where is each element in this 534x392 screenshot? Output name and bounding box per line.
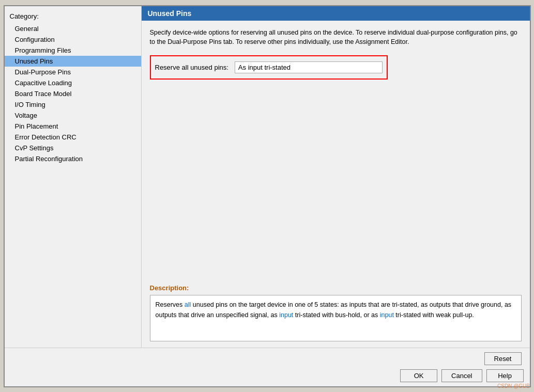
dialog: Category: GeneralConfigurationProgrammin…: [4, 5, 531, 387]
left-panel: Category: GeneralConfigurationProgrammin…: [5, 6, 142, 348]
reset-row: Reset: [11, 352, 524, 365]
nav-item-voltage[interactable]: Voltage: [5, 110, 141, 121]
nav-item-programming-files[interactable]: Programming Files: [5, 45, 141, 56]
right-panel: Unused Pins Specify device-wide options …: [142, 6, 530, 348]
ok-cancel-row: OK Cancel Help: [400, 369, 523, 382]
reset-button[interactable]: Reset: [484, 352, 522, 365]
category-label: Category:: [5, 10, 141, 23]
ok-button[interactable]: OK: [400, 369, 437, 382]
intro-description: Specify device-wide options for reservin…: [150, 28, 522, 48]
nav-item-board-trace-model[interactable]: Board Trace Model: [5, 88, 141, 99]
reserve-pins-label: Reserve all unused pins:: [155, 64, 228, 71]
nav-item-i/o-timing[interactable]: I/O Timing: [5, 99, 141, 110]
nav-item-partial-reconfiguration[interactable]: Partial Reconfiguration: [5, 153, 141, 164]
nav-item-dual-purpose-pins[interactable]: Dual-Purpose Pins: [5, 67, 141, 77]
right-panel-header: Unused Pins: [142, 6, 530, 21]
nav-item-pin-placement[interactable]: Pin Placement: [5, 121, 141, 132]
nav-item-unused-pins[interactable]: Unused Pins: [5, 56, 141, 67]
dialog-footer: Reset OK Cancel Help: [5, 348, 530, 386]
cancel-button[interactable]: Cancel: [441, 369, 482, 382]
reserve-pins-field-row: Reserve all unused pins: As input tri-st…: [150, 55, 388, 80]
watermark: CSDN @GUB: [497, 383, 530, 389]
reserve-pins-select[interactable]: As input tri-statedAs output driving gro…: [235, 61, 383, 73]
help-button[interactable]: Help: [486, 369, 524, 382]
description-label: Description:: [150, 284, 522, 292]
description-section: Description: Reserves all unused pins on…: [142, 284, 530, 348]
nav-item-capacitive-loading[interactable]: Capacitive Loading: [5, 77, 141, 88]
nav-item-cvp-settings[interactable]: CvP Settings: [5, 143, 141, 153]
nav-item-configuration[interactable]: Configuration: [5, 34, 141, 45]
reserve-pins-select-wrapper: As input tri-statedAs output driving gro…: [235, 61, 383, 73]
right-content: Specify device-wide options for reservin…: [142, 21, 530, 280]
description-box: Reserves all unused pins on the target d…: [150, 295, 522, 341]
nav-item-error-detection-crc[interactable]: Error Detection CRC: [5, 132, 141, 143]
nav-item-general[interactable]: General: [5, 23, 141, 34]
